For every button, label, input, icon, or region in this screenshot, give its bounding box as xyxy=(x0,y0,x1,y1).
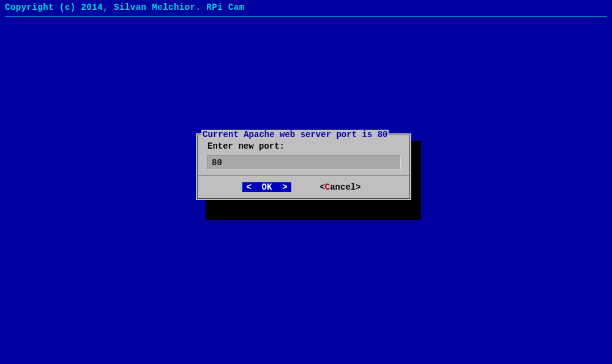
bracket-left-icon: < xyxy=(246,182,251,192)
button-row: < OK > <Cancel> xyxy=(204,182,403,193)
ok-label: OK xyxy=(262,182,272,192)
button-separator xyxy=(198,176,409,176)
header-copyright: Copyright (c) 2014, Silvan Melchior. RPi… xyxy=(0,0,612,15)
ok-button[interactable]: < OK > xyxy=(242,182,291,192)
dialog-border: Current Apache web server port is 80 Ent… xyxy=(197,135,410,199)
cancel-button[interactable]: <Cancel> xyxy=(316,182,365,192)
port-input[interactable]: 80 xyxy=(207,155,401,169)
cancel-hotkey: C xyxy=(325,182,330,192)
bracket-left-icon: < xyxy=(319,182,324,192)
header-rule xyxy=(5,16,607,17)
dialog-prompt: Enter new port: xyxy=(207,141,403,151)
dialog-title: Current Apache web server port is 80 xyxy=(201,130,389,139)
bracket-right-icon: > xyxy=(356,182,360,192)
bracket-right-icon: > xyxy=(282,182,287,192)
cancel-rest: ancel xyxy=(330,182,356,192)
port-dialog: Current Apache web server port is 80 Ent… xyxy=(196,133,411,200)
